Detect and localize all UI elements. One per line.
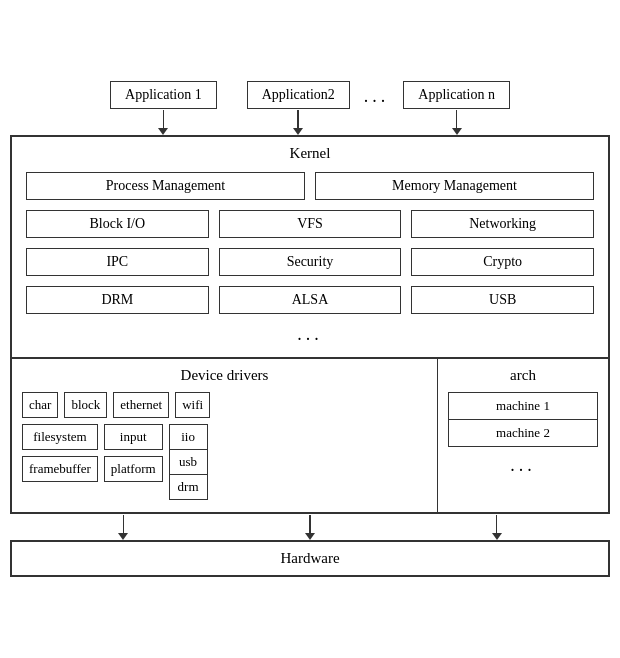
arch-machines: machine 1 machine 2: [448, 392, 598, 447]
arch-label: arch: [510, 367, 536, 384]
block-io-box: Block I/O: [26, 210, 209, 238]
kernel-label: Kernel: [26, 145, 594, 162]
driver-filesystem: filesystem: [22, 424, 98, 450]
driver-usb: usb: [170, 450, 207, 475]
driver-char: char: [22, 392, 58, 418]
process-management-box: Process Management: [26, 172, 305, 200]
bottom-arrow3: [492, 514, 502, 540]
appn-box: Application n: [403, 81, 510, 109]
app2-col: Application2: [247, 81, 350, 135]
drivers-col-mid: input platform: [104, 424, 163, 482]
app1-box: Application 1: [110, 81, 217, 109]
drivers-row2: filesystem framebuffer input platform ii…: [22, 424, 427, 500]
appn-col: Application n: [403, 81, 510, 135]
bottom-arrow2: [305, 514, 315, 540]
drm-box: DRM: [26, 286, 209, 314]
appn-arrow: [452, 109, 462, 135]
bottom-arrows-row: [10, 514, 610, 540]
kernel-dots: ...: [26, 324, 594, 345]
crypto-box: Crypto: [411, 248, 594, 276]
driver-wifi: wifi: [175, 392, 210, 418]
kernel-box: Kernel Process Management Memory Managem…: [10, 135, 610, 359]
mid-row: Device drivers char block ethernet wifi …: [10, 359, 610, 514]
driver-input: input: [104, 424, 163, 450]
app1-arrow: [158, 109, 168, 135]
app2-arrow: [293, 109, 303, 135]
arch-machine2: machine 2: [449, 420, 597, 446]
ipc-box: IPC: [26, 248, 209, 276]
driver-platform: platform: [104, 456, 163, 482]
apps-dots: ...: [364, 86, 390, 107]
arch-box: arch machine 1 machine 2 ...: [438, 359, 608, 512]
vfs-box: VFS: [219, 210, 402, 238]
driver-drm: drm: [170, 475, 207, 499]
arch-dots: ...: [510, 455, 536, 476]
networking-box: Networking: [411, 210, 594, 238]
driver-iio: iio: [170, 425, 207, 450]
drivers-col-left: filesystem framebuffer: [22, 424, 98, 482]
app2-box: Application2: [247, 81, 350, 109]
app1-col: Application 1: [110, 81, 217, 135]
hardware-box: Hardware: [10, 540, 610, 577]
diagram: Application 1 Application2 ... Applicati…: [10, 81, 610, 577]
arch-machine1: machine 1: [449, 393, 597, 420]
alsa-box: ALSA: [219, 286, 402, 314]
usb-box: USB: [411, 286, 594, 314]
driver-framebuffer: framebuffer: [22, 456, 98, 482]
drivers-label: Device drivers: [22, 367, 427, 384]
memory-management-box: Memory Management: [315, 172, 594, 200]
drivers-row1: char block ethernet wifi: [22, 392, 427, 418]
driver-block: block: [64, 392, 107, 418]
driver-stacked: iio usb drm: [169, 424, 208, 500]
drivers-box: Device drivers char block ethernet wifi …: [12, 359, 438, 512]
security-box: Security: [219, 248, 402, 276]
app-row: Application 1 Application2 ... Applicati…: [10, 81, 610, 135]
driver-ethernet: ethernet: [113, 392, 169, 418]
bottom-arrow1: [118, 514, 128, 540]
